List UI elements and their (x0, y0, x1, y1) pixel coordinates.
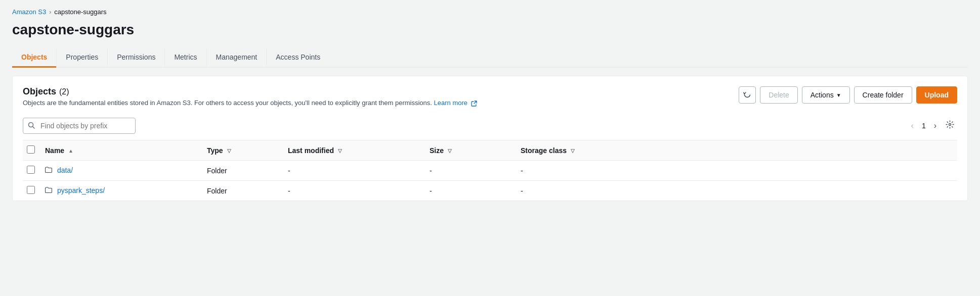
row-name: pyspark_steps/ (41, 181, 203, 201)
breadcrumb-parent-link[interactable]: Amazon S3 (12, 8, 46, 16)
row-size: - (425, 181, 517, 201)
row-name-link[interactable]: data/ (57, 166, 73, 174)
table-row: data/ Folder - - - (23, 161, 957, 181)
panel-subtitle: Objects are the fundamental entities sto… (23, 99, 477, 107)
panel-count: (2) (59, 87, 69, 96)
create-folder-button[interactable]: Create folder (854, 86, 912, 104)
row-last-modified: - (284, 161, 425, 181)
modified-sort-icon: ▽ (338, 148, 342, 154)
tab-management[interactable]: Management (206, 48, 267, 68)
header-last-modified[interactable]: Last modified ▽ (284, 140, 425, 161)
table-header: Name ▲ Type ▽ Last modified ▽ Size ▽ (23, 140, 957, 161)
panel-actions: Delete Actions ▼ Create folder Upload (739, 86, 957, 104)
tabs-bar: Objects Properties Permissions Metrics M… (12, 48, 968, 68)
delete-button[interactable]: Delete (760, 86, 797, 104)
row-storage-class: - (517, 181, 957, 201)
folder-icon (45, 186, 52, 195)
svg-point-2 (949, 124, 951, 126)
tab-objects[interactable]: Objects (12, 48, 56, 68)
page-number: 1 (920, 122, 928, 130)
breadcrumb-current: capstone-suggars (54, 8, 106, 16)
tab-permissions[interactable]: Permissions (107, 48, 164, 68)
row-checkbox-cell (23, 181, 41, 201)
actions-label: Actions (811, 91, 834, 99)
upload-button[interactable]: Upload (916, 86, 957, 104)
row-checkbox[interactable] (27, 186, 35, 194)
header-select-all (23, 140, 41, 161)
select-all-checkbox[interactable] (27, 145, 35, 154)
header-size[interactable]: Size ▽ (425, 140, 517, 161)
row-checkbox-cell (23, 161, 41, 181)
table-row: pyspark_steps/ Folder - - - (23, 181, 957, 201)
row-type: Folder (203, 181, 284, 201)
refresh-button[interactable] (739, 86, 756, 104)
header-name[interactable]: Name ▲ (41, 140, 203, 161)
breadcrumb: Amazon S3 › capstone-suggars (12, 8, 968, 16)
search-bar (23, 118, 136, 134)
row-size: - (425, 161, 517, 181)
type-sort-icon: ▽ (227, 148, 231, 154)
pagination-next-button[interactable]: › (931, 119, 940, 132)
row-name-link[interactable]: pyspark_steps/ (57, 186, 105, 194)
page-title: capstone-suggars (12, 22, 968, 38)
row-checkbox[interactable] (27, 166, 35, 174)
tab-metrics[interactable]: Metrics (164, 48, 206, 68)
table-body: data/ Folder - - - pyspark_steps/ Folder… (23, 161, 957, 201)
panel-title: Objects (23, 86, 56, 97)
learn-more-link[interactable]: Learn more (434, 99, 467, 107)
objects-table: Name ▲ Type ▽ Last modified ▽ Size ▽ (23, 140, 957, 201)
pagination-prev-button[interactable]: ‹ (908, 119, 917, 132)
actions-chevron-icon: ▼ (836, 92, 841, 98)
row-type: Folder (203, 161, 284, 181)
header-type[interactable]: Type ▽ (203, 140, 284, 161)
external-link-icon (471, 101, 477, 107)
storage-sort-icon: ▽ (571, 148, 575, 154)
column-settings-button[interactable] (943, 118, 957, 133)
folder-icon (45, 166, 52, 175)
name-sort-asc-icon: ▲ (68, 148, 73, 154)
pagination-row: ‹ 1 › (908, 114, 957, 136)
search-input[interactable] (23, 118, 136, 134)
tab-properties[interactable]: Properties (56, 48, 107, 68)
row-name: data/ (41, 161, 203, 181)
header-storage-class[interactable]: Storage class ▽ (517, 140, 957, 161)
panel-header: Objects (2) Objects are the fundamental … (23, 86, 957, 107)
row-storage-class: - (517, 161, 957, 181)
size-sort-icon: ▽ (448, 148, 452, 154)
tab-access-points[interactable]: Access Points (266, 48, 329, 68)
row-last-modified: - (284, 181, 425, 201)
search-filter-row: ‹ 1 › (23, 111, 957, 140)
refresh-icon (743, 91, 751, 99)
settings-icon (946, 120, 954, 129)
panel-subtitle-text: Objects are the fundamental entities sto… (23, 99, 432, 107)
breadcrumb-separator: › (49, 9, 51, 16)
objects-panel: Objects (2) Objects are the fundamental … (12, 76, 968, 201)
actions-button[interactable]: Actions ▼ (802, 86, 850, 104)
panel-title-area: Objects (2) Objects are the fundamental … (23, 86, 477, 107)
